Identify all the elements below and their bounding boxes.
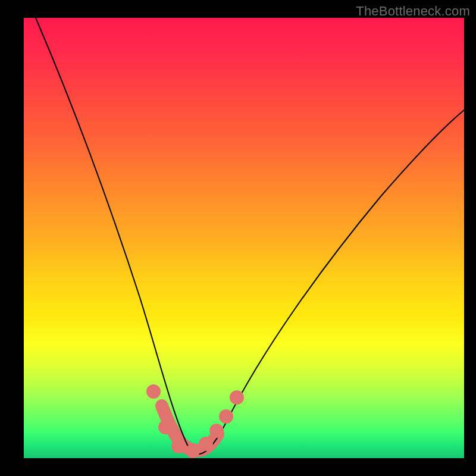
marker-dot bbox=[209, 424, 224, 438]
marker-dot bbox=[171, 439, 186, 453]
marker-dot bbox=[230, 390, 244, 405]
marker-dot bbox=[158, 420, 173, 434]
curve-line bbox=[36, 18, 464, 454]
marker-dot bbox=[186, 444, 200, 458]
watermark-text: TheBottleneck.com bbox=[356, 4, 470, 19]
marker-dot bbox=[146, 384, 161, 399]
chart-frame: TheBottleneck.com bbox=[0, 0, 476, 476]
marker-dot bbox=[219, 409, 233, 424]
marker-dot bbox=[199, 437, 213, 451]
plot-area bbox=[24, 18, 464, 458]
bottleneck-curve-svg bbox=[24, 18, 464, 458]
